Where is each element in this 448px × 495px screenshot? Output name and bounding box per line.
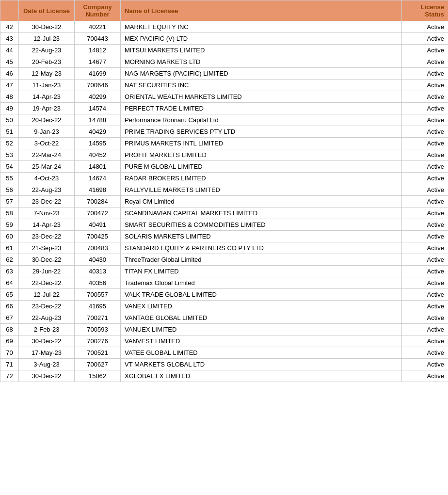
cell-status: Active [402, 33, 448, 45]
cell-date: 21-Sep-23 [19, 242, 75, 254]
cell-company: 14677 [75, 56, 121, 68]
table-row: 6930-Dec-22700276VANVEST LIMITEDActive [0, 335, 448, 347]
table-row: 682-Feb-23700593VANUEX LIMITEDActive [0, 324, 448, 335]
cell-company: 14788 [75, 114, 121, 126]
cell-name: MORNING MARKETS LTD [121, 56, 402, 68]
cell-date: 19-Apr-23 [19, 103, 75, 114]
cell-date: 2-Feb-23 [19, 324, 75, 335]
cell-status: Active [402, 312, 448, 324]
cell-status: Active [402, 231, 448, 242]
cell-name: NAG MARGETS (PACIFIC) LIMITED [121, 68, 402, 80]
cell-date: 9-Jan-23 [19, 126, 75, 138]
cell-status: Active [402, 68, 448, 80]
cell-date: 20-Feb-23 [19, 56, 75, 68]
table-row: 4814-Apr-2340299ORIENTAL WEALTH MARKETS … [0, 91, 448, 103]
cell-num: 68 [0, 324, 19, 335]
cell-company: 700425 [75, 231, 121, 242]
cell-date: 7-Nov-23 [19, 208, 75, 219]
cell-name: MITSUI MARKETS LIMITED [121, 45, 402, 56]
table-row: 4919-Apr-2314574PERFECT TRADE LIMITEDAct… [0, 103, 448, 114]
cell-company: 41695 [75, 301, 121, 312]
cell-date: 12-Jul-23 [19, 33, 75, 45]
cell-date: 14-Apr-23 [19, 219, 75, 231]
cell-name: Performance Ronnaru Capital Ltd [121, 114, 402, 126]
cell-num: 50 [0, 114, 19, 126]
cell-num: 71 [0, 359, 19, 370]
table-row: 4612-May-2341699NAG MARGETS (PACIFIC) LI… [0, 68, 448, 80]
table-row: 523-Oct-2214595PRIMUS MARKETS INTL LIMIT… [0, 138, 448, 149]
cell-status: Active [402, 301, 448, 312]
cell-company: 700276 [75, 335, 121, 347]
cell-status: Active [402, 324, 448, 335]
cell-num: 60 [0, 231, 19, 242]
cell-company: 40430 [75, 254, 121, 266]
cell-status: Active [402, 91, 448, 103]
cell-num: 72 [0, 370, 19, 382]
cell-name: PRIME TRADING SERVICES PTY LTD [121, 126, 402, 138]
cell-company: 41699 [75, 68, 121, 80]
cell-num: 56 [0, 184, 19, 196]
cell-status: Active [402, 335, 448, 347]
cell-date: 25-Mar-24 [19, 161, 75, 173]
table-row: 5020-Dec-2214788Performance Ronnaru Capi… [0, 114, 448, 126]
cell-company: 700472 [75, 208, 121, 219]
table-row: 4312-Jul-23700443MEX PACIFIC (V) LTDActi… [0, 33, 448, 45]
table-row: 6422-Dec-2240356Trademax Global LimitedA… [0, 277, 448, 289]
table-row: 4520-Feb-2314677MORNING MARKETS LTDActiv… [0, 56, 448, 68]
cell-name: SMART SECURITIES & COMMODITIES LIMITED [121, 219, 402, 231]
cell-status: Active [402, 184, 448, 196]
cell-name: NAT SECURITIES INC [121, 80, 402, 91]
cell-num: 43 [0, 33, 19, 45]
cell-num: 57 [0, 196, 19, 208]
cell-name: VANUEX LIMITED [121, 324, 402, 335]
table-row: 6512-Jul-22700557VALK TRADE GLOBAL LIMIT… [0, 289, 448, 301]
cell-name: ThreeTrader Global Limited [121, 254, 402, 266]
cell-name: STANDARD EQUITY & PARTNERS CO PTY LTD [121, 242, 402, 254]
cell-name: Royal CM Limited [121, 196, 402, 208]
cell-name: VANVEST LIMITED [121, 335, 402, 347]
cell-date: 30-Dec-22 [19, 21, 75, 33]
cell-company: 14574 [75, 103, 121, 114]
cell-company: 14595 [75, 138, 121, 149]
cell-name: VATEE GLOBAL LIMITED [121, 347, 402, 359]
cell-status: Active [402, 126, 448, 138]
cell-status: Active [402, 103, 448, 114]
cell-status: Active [402, 21, 448, 33]
cell-name: XGLOBAL FX LIMITED [121, 370, 402, 382]
cell-name: VALK TRADE GLOBAL LIMITED [121, 289, 402, 301]
table-row: 6023-Dec-22700425SOLARIS MARKETS LIMITED… [0, 231, 448, 242]
cell-status: Active [402, 196, 448, 208]
cell-name: RADAR BROKERS LIMITED [121, 173, 402, 184]
header-num [0, 0, 19, 21]
cell-name: RALLYVILLE MARKETS LIMITED [121, 184, 402, 196]
cell-num: 48 [0, 91, 19, 103]
cell-status: Active [402, 359, 448, 370]
table-row: 5914-Apr-2340491SMART SECURITIES & COMMO… [0, 219, 448, 231]
cell-status: Active [402, 370, 448, 382]
licensee-table: Date of License Company Number Name of L… [0, 0, 448, 382]
table-row: 5622-Aug-2341698RALLYVILLE MARKETS LIMIT… [0, 184, 448, 196]
cell-company: 700627 [75, 359, 121, 370]
cell-company: 700646 [75, 80, 121, 91]
cell-status: Active [402, 80, 448, 91]
cell-date: 29-Jun-22 [19, 266, 75, 277]
cell-company: 40221 [75, 21, 121, 33]
cell-status: Active [402, 277, 448, 289]
cell-status: Active [402, 161, 448, 173]
cell-company: 40452 [75, 149, 121, 161]
cell-num: 62 [0, 254, 19, 266]
table-row: 4422-Aug-2314812MITSUI MARKETS LIMITEDAc… [0, 45, 448, 56]
cell-company: 700521 [75, 347, 121, 359]
cell-company: 14801 [75, 161, 121, 173]
cell-company: 700483 [75, 242, 121, 254]
cell-name: PRIMUS MARKETS INTL LIMITED [121, 138, 402, 149]
cell-num: 70 [0, 347, 19, 359]
cell-date: 3-Oct-22 [19, 138, 75, 149]
cell-company: 40313 [75, 266, 121, 277]
cell-date: 17-May-23 [19, 347, 75, 359]
cell-status: Active [402, 45, 448, 56]
cell-company: 700443 [75, 33, 121, 45]
cell-date: 23-Dec-22 [19, 196, 75, 208]
cell-num: 45 [0, 56, 19, 68]
table-row: 5425-Mar-2414801PURE M GLOBAL LIMITEDAct… [0, 161, 448, 173]
